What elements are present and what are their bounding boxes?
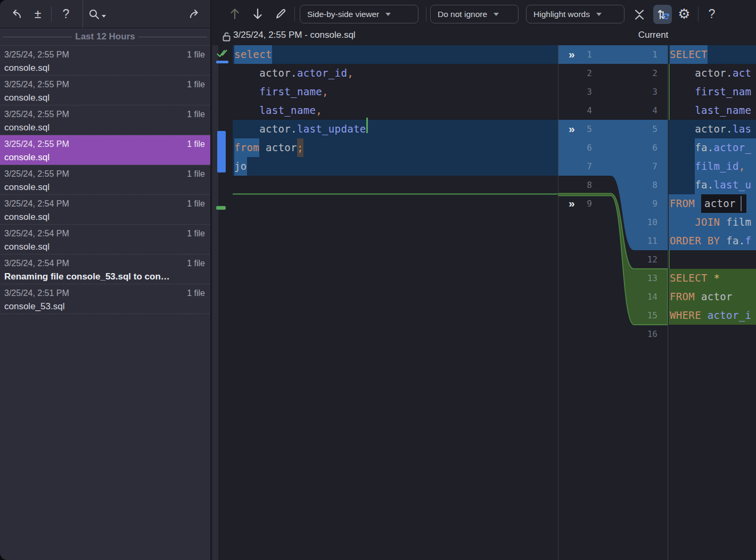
code-line-right-13[interactable]: SELECT * — [669, 269, 756, 287]
code-token: actor — [259, 138, 297, 157]
line-number: 10 — [631, 213, 658, 232]
history-item-7[interactable]: 3/25/24, 2:54 PM1 fileconsole.sql — [0, 225, 210, 254]
code-token — [670, 213, 695, 232]
revision-timestamp: 3/25/24, 2:55 PM — [4, 50, 69, 60]
code-token: last_name — [695, 101, 751, 120]
code-line-left-6[interactable]: from actor; — [233, 138, 558, 157]
revision-file-count: 1 file — [187, 288, 205, 299]
history-item-4[interactable]: 3/25/24, 2:55 PM1 fileconsole.sql — [0, 135, 210, 165]
history-list: 3/25/24, 2:55 PM1 fileconsole.sql3/25/24… — [0, 46, 210, 314]
line-number: 11 — [631, 232, 658, 250]
code-token: las — [733, 120, 751, 138]
code-token: first_name — [259, 83, 322, 101]
search-options-caret — [102, 15, 106, 18]
next-difference-icon[interactable] — [250, 6, 265, 21]
code-line-right-3[interactable]: first_nam — [669, 83, 756, 101]
code-line-right-1[interactable]: SELECT — [669, 45, 756, 64]
code-line-right-11[interactable]: ORDER BY fa.f — [669, 232, 756, 250]
line-number: 1 — [631, 45, 658, 64]
code-line-right-6[interactable]: fa.actor_ — [669, 138, 756, 157]
line-number: 5 — [631, 120, 658, 138]
ignore-policy-dropdown[interactable]: Do not ignore — [430, 5, 519, 23]
code-token: actor — [701, 194, 746, 213]
line-number: 16 — [631, 325, 658, 343]
code-token: fa. — [695, 138, 713, 157]
revision-file-count: 1 file — [187, 139, 205, 150]
code-token — [670, 83, 695, 101]
line-number: 2 — [565, 64, 592, 83]
lock-icon — [221, 30, 232, 42]
code-token: * — [714, 269, 720, 287]
revision-label: Renaming file console_53.sql to con… — [4, 271, 205, 282]
highlighting-mode-dropdown[interactable]: Highlight words — [526, 5, 624, 23]
search-icon[interactable] — [86, 0, 108, 28]
code-token: fa. — [695, 176, 713, 194]
code-line-left-4[interactable]: last_name, — [233, 101, 558, 120]
code-line-left-3[interactable]: first_name, — [233, 83, 558, 101]
code-token: last_u — [714, 176, 752, 194]
revision-timestamp: 3/25/24, 2:55 PM — [4, 139, 69, 150]
changed-lines-marker[interactable] — [217, 131, 226, 172]
code-line-right-7[interactable]: film_id, — [669, 157, 756, 176]
history-item-8[interactable]: 3/25/24, 2:54 PM1 fileRenaming file cons… — [0, 254, 210, 284]
code-token — [234, 101, 259, 120]
code-line-left-1[interactable]: select — [233, 45, 558, 64]
code-token: film — [720, 213, 751, 232]
check-underline-marker — [216, 61, 228, 63]
apply-change-chevron[interactable]: » — [569, 120, 581, 138]
sync-scrolling-icon[interactable] — [653, 5, 672, 24]
code-token — [670, 176, 695, 194]
revision-timestamp: 3/25/24, 2:54 PM — [4, 258, 69, 269]
revision-timestamp: 3/25/24, 2:54 PM — [4, 228, 69, 239]
code-token: ; — [297, 138, 303, 157]
help-icon[interactable]: ? — [704, 6, 719, 21]
code-line-right-5[interactable]: actor.las — [669, 120, 756, 138]
word-highlight-tail — [751, 176, 756, 194]
history-item-6[interactable]: 3/25/24, 2:54 PM1 fileconsole.sql — [0, 195, 210, 225]
code-token: ORDER BY — [670, 232, 720, 250]
revert-icon[interactable] — [6, 0, 24, 28]
line-number: 15 — [631, 306, 658, 325]
revision-label: console.sql — [4, 152, 205, 163]
code-token — [234, 83, 259, 101]
rollback-icon[interactable] — [186, 0, 205, 28]
code-token: actor_id — [297, 64, 347, 83]
code-line-right-4[interactable]: last_name — [669, 101, 756, 120]
help-icon[interactable]: ? — [59, 0, 73, 28]
history-item-1[interactable]: 3/25/24, 2:55 PM1 fileconsole.sql — [0, 46, 210, 76]
code-line-left-5[interactable]: actor.last_update — [233, 120, 558, 138]
viewer-mode-dropdown[interactable]: Side-by-side viewer — [300, 5, 418, 23]
code-token: actor — [695, 287, 733, 306]
code-line-right-14[interactable]: FROM actor — [669, 287, 756, 306]
inserted-lines-marker[interactable] — [216, 206, 226, 210]
history-item-2[interactable]: 3/25/24, 2:55 PM1 fileconsole.sql — [0, 76, 210, 105]
code-token: , — [316, 101, 322, 120]
line-number: 8 — [565, 176, 592, 194]
revision-timestamp: 3/25/24, 2:51 PM — [4, 288, 69, 299]
code-line-left-2[interactable]: actor.actor_id, — [233, 64, 558, 83]
history-item-9[interactable]: 3/25/24, 2:51 PM1 fileconsole_53.sql — [0, 284, 210, 314]
apply-change-chevron[interactable]: » — [569, 45, 581, 64]
create-patch-icon[interactable]: ± — [30, 0, 46, 28]
sidebar-toolbar: ± ? — [0, 0, 210, 28]
line-number: 14 — [631, 287, 658, 306]
code-line-left-7[interactable]: jo — [233, 157, 558, 176]
toolbar-divider — [51, 6, 52, 22]
revision-label: console.sql — [4, 92, 205, 103]
code-line-right-8[interactable]: fa.last_u — [669, 176, 756, 194]
left-revision-title: 3/25/24, 2:55 PM - console.sql — [233, 30, 356, 40]
history-item-3[interactable]: 3/25/24, 2:55 PM1 fileconsole.sql — [0, 105, 210, 135]
apply-change-chevron[interactable]: » — [569, 194, 581, 213]
code-line-right-2[interactable]: actor.act — [669, 64, 756, 83]
code-line-right-10[interactable]: JOIN film — [669, 213, 756, 232]
code-line-right-15[interactable]: WHERE actor_i — [669, 306, 756, 325]
settings-gear-icon[interactable]: ⚙ — [677, 6, 692, 22]
history-item-5[interactable]: 3/25/24, 2:55 PM1 fileconsole.sql — [0, 165, 210, 195]
collapse-unchanged-icon[interactable] — [632, 7, 647, 22]
edit-icon[interactable] — [273, 6, 289, 21]
code-line-right-9[interactable]: FROM actor — [669, 194, 756, 213]
code-token: first_nam — [695, 83, 751, 101]
prev-difference-icon[interactable] — [227, 6, 242, 21]
inspections-check-icon[interactable] — [216, 47, 229, 62]
code-token — [708, 269, 714, 287]
